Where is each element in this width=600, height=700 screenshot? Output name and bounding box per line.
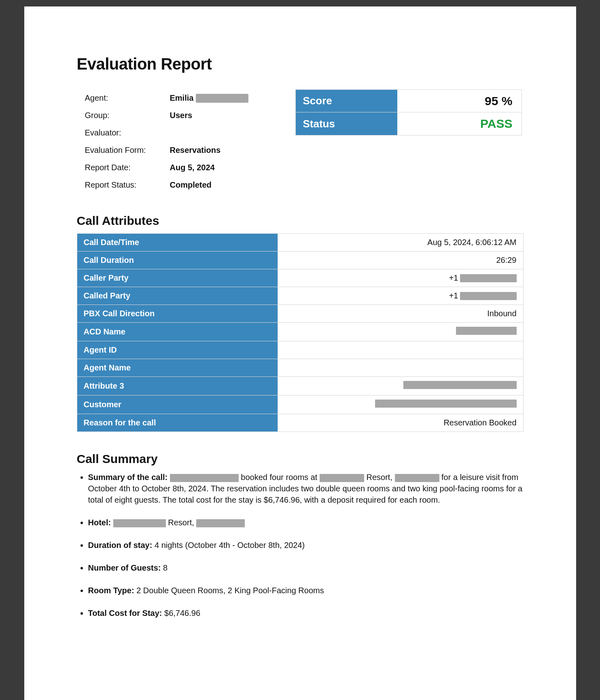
redacted-value <box>375 400 517 408</box>
score-label: Score <box>296 90 397 112</box>
room-bold: Room Type: <box>88 586 134 595</box>
top-row: Agent: Emilia Group: Users Evaluator: Ev… <box>77 89 524 194</box>
meta-label-status: Report Status: <box>85 180 170 190</box>
attr-value-prefix: +1 <box>449 291 458 300</box>
attr-value: Aug 5, 2024, 6:06:12 AM <box>278 234 523 252</box>
attr-label: Customer <box>77 395 278 414</box>
meta-label-agent: Agent: <box>85 93 170 103</box>
summary-text-1: booked four rooms at <box>241 473 320 482</box>
summary-bold: Summary of the call: <box>88 473 168 482</box>
attr-label: Caller Party <box>77 269 278 287</box>
meta-block: Agent: Emilia Group: Users Evaluator: Ev… <box>77 89 271 194</box>
table-row: Attribute 3 <box>77 377 523 395</box>
attr-value-text: Inbound <box>487 309 516 318</box>
table-row: Agent ID <box>77 341 523 359</box>
meta-label-date: Report Date: <box>85 163 170 172</box>
hotel-text-1: Resort, <box>168 518 196 527</box>
meta-label-evaluator: Evaluator: <box>85 128 170 137</box>
attr-value <box>278 359 523 377</box>
redacted-value <box>403 381 517 389</box>
attr-value-prefix: +1 <box>449 273 458 283</box>
attr-value: +1 <box>278 287 523 305</box>
score-row-status: Status PASS <box>296 112 522 135</box>
duration-value: 4 nights (October 4th - October 8th, 202… <box>155 541 305 550</box>
guests-bold: Number of Guests: <box>88 563 161 572</box>
redacted-value <box>460 292 517 300</box>
attr-label: Agent Name <box>77 359 278 377</box>
summary-text-2: Resort, <box>366 473 394 482</box>
table-row: Call Duration26:29 <box>77 252 523 269</box>
table-row: Called Party+1 <box>77 287 523 305</box>
table-row: Call Date/TimeAug 5, 2024, 6:06:12 AM <box>77 234 523 252</box>
table-row: ACD Name <box>77 323 523 341</box>
attr-label: Call Date/Time <box>77 234 278 252</box>
attr-value <box>278 341 523 359</box>
score-value: 95 % <box>397 90 522 112</box>
document-page: Evaluation Report Agent: Emilia Group: U… <box>13 0 587 700</box>
redacted-location <box>395 474 439 482</box>
summary-item-cost: Total Cost for Stay: $6,746.96 <box>88 607 524 619</box>
attr-label: Call Duration <box>77 252 278 269</box>
table-row: Customer <box>77 395 523 414</box>
attr-value <box>278 377 523 395</box>
agent-name: Emilia <box>170 93 194 103</box>
meta-value-group: Users <box>170 111 193 120</box>
attr-label: PBX Call Direction <box>77 305 278 323</box>
meta-value-status: Completed <box>170 180 212 190</box>
table-row: Caller Party+1 <box>77 269 523 287</box>
summary-item-guests: Number of Guests: 8 <box>88 562 524 573</box>
meta-agent-row: Agent: Emilia <box>85 89 271 107</box>
meta-status-row: Report Status: Completed <box>85 176 271 194</box>
meta-value-date: Aug 5, 2024 <box>170 163 215 172</box>
cost-value: $6,746.96 <box>164 609 200 618</box>
status-label: Status <box>296 112 397 135</box>
call-summary-list: Summary of the call: booked four rooms a… <box>77 472 524 619</box>
room-value: 2 Double Queen Rooms, 2 King Pool-Facing… <box>136 586 324 595</box>
attr-value: Inbound <box>278 305 523 323</box>
attr-value <box>278 395 523 414</box>
redacted-value <box>460 274 517 282</box>
redacted-customer-name <box>170 474 239 482</box>
attr-label: Agent ID <box>77 341 278 359</box>
attr-value: 26:29 <box>278 252 523 269</box>
meta-group-row: Group: Users <box>85 107 271 124</box>
attr-label: Attribute 3 <box>77 377 278 395</box>
meta-label-form: Evaluation Form: <box>85 146 170 155</box>
table-row: Agent Name <box>77 359 523 377</box>
redacted-agent-lastname <box>196 94 248 103</box>
cost-bold: Total Cost for Stay: <box>88 609 162 618</box>
table-row: Reason for the callReservation Booked <box>77 414 523 432</box>
call-attributes-heading: Call Attributes <box>77 214 524 228</box>
redacted-location-2 <box>196 519 245 527</box>
duration-bold: Duration of stay: <box>88 541 153 550</box>
summary-item-hotel: Hotel: Resort, <box>88 517 524 528</box>
meta-label-group: Group: <box>85 111 170 120</box>
status-value: PASS <box>397 112 522 135</box>
attr-value-text: Aug 5, 2024, 6:06:12 AM <box>427 238 516 247</box>
meta-form-row: Evaluation Form: Reservations <box>85 142 271 159</box>
redacted-hotel-name-2 <box>113 519 166 527</box>
guests-value: 8 <box>163 563 167 572</box>
summary-item-room: Room Type: 2 Double Queen Rooms, 2 King … <box>88 585 524 596</box>
attr-value: +1 <box>278 269 523 287</box>
attr-value: Reservation Booked <box>278 414 523 432</box>
score-row-score: Score 95 % <box>296 90 522 112</box>
attr-label: Reason for the call <box>77 414 278 432</box>
meta-value-form: Reservations <box>170 146 221 155</box>
hotel-bold: Hotel: <box>88 518 111 527</box>
call-summary-heading: Call Summary <box>77 452 524 466</box>
attr-value <box>278 323 523 341</box>
redacted-hotel-name <box>320 474 364 482</box>
attr-value-text: Reservation Booked <box>443 418 516 427</box>
meta-value-agent: Emilia <box>170 93 249 103</box>
summary-item-duration: Duration of stay: 4 nights (October 4th … <box>88 539 524 551</box>
summary-item-overview: Summary of the call: booked four rooms a… <box>88 472 524 505</box>
call-attributes-table: Call Date/TimeAug 5, 2024, 6:06:12 AMCal… <box>77 233 524 432</box>
meta-evaluator-row: Evaluator: <box>85 124 271 142</box>
score-card: Score 95 % Status PASS <box>295 89 522 135</box>
page-title: Evaluation Report <box>77 55 524 73</box>
attr-value-text: 26:29 <box>496 256 516 265</box>
attr-label: ACD Name <box>77 323 278 341</box>
meta-date-row: Report Date: Aug 5, 2024 <box>85 159 271 176</box>
attr-label: Called Party <box>77 287 278 305</box>
